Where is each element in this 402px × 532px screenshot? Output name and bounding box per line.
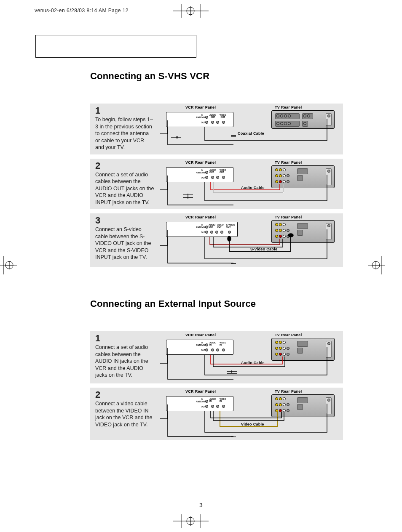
step-number: 1	[95, 106, 154, 115]
crop-marks-right	[364, 253, 385, 278]
step-number: 2	[95, 390, 154, 399]
crop-marks-bottom	[0, 511, 402, 532]
crop-marks-left	[0, 253, 21, 278]
step-number: 1	[95, 334, 154, 343]
step-text: 1 Connect a set of audio cables between …	[90, 331, 158, 383]
page-content: Connecting an S-VHS VCR 1 To begin, foll…	[90, 71, 343, 444]
section-title-1: Connecting an S-VHS VCR	[90, 71, 343, 82]
wires	[158, 159, 343, 209]
step-text: 2 Connect a set of audio cables between …	[90, 159, 158, 210]
step-number: 3	[95, 216, 154, 225]
section-title-2: Connecting an External Input Source	[90, 298, 343, 309]
diagram-s1-1: VCR Rear Panel TV Rear Panel IN ANTENNA …	[158, 104, 343, 150]
step-body: Connect a set of audio cables between th…	[95, 172, 154, 205]
diagram-s1-2: VCR Rear Panel TV Rear Panel IN ANTENNA …	[158, 159, 343, 209]
s1-step-2: 2 Connect a set of audio cables between …	[90, 159, 343, 210]
s2-step-2: 2 Connect a video cable between the VIDE…	[90, 388, 343, 440]
step-number: 2	[95, 161, 154, 170]
wires	[158, 388, 343, 440]
page-number: 3	[0, 502, 402, 508]
step-text: 2 Connect a video cable between the VIDE…	[90, 388, 158, 440]
svg-point-31	[288, 234, 293, 237]
wires	[158, 331, 343, 383]
step-body: Connect an S-video cable between the S-V…	[95, 226, 151, 260]
s1-step-3: 3 Connect an S-video cable between the S…	[90, 213, 343, 267]
step-text: 1 To begin, follow steps 1–3 in the prev…	[90, 104, 158, 154]
diagram-s1-3: VCR Rear Panel TV Rear Panel IN ANTENNA …	[158, 213, 343, 267]
wires	[158, 104, 343, 150]
svg-point-32	[228, 236, 231, 241]
wires	[158, 213, 343, 267]
blank-heading-box	[35, 35, 196, 58]
step-body: To begin, follow steps 1–3 in the previo…	[95, 117, 153, 150]
step-body: Connect a video cable between the VIDEO …	[95, 401, 153, 428]
diagram-s2-1: VCR Rear Panel TV Rear Panel IN ANTENNA …	[158, 331, 343, 383]
step-body: Connect a set of audio cables between th…	[95, 344, 148, 378]
s1-step-1: 1 To begin, follow steps 1–3 in the prev…	[90, 104, 343, 154]
s2-step-1: 1 Connect a set of audio cables between …	[90, 331, 343, 383]
crop-marks-top	[0, 0, 402, 21]
diagram-s2-2: VCR Rear Panel TV Rear Panel IN ANTENNA …	[158, 388, 343, 440]
step-text: 3 Connect an S-video cable between the S…	[90, 213, 158, 267]
